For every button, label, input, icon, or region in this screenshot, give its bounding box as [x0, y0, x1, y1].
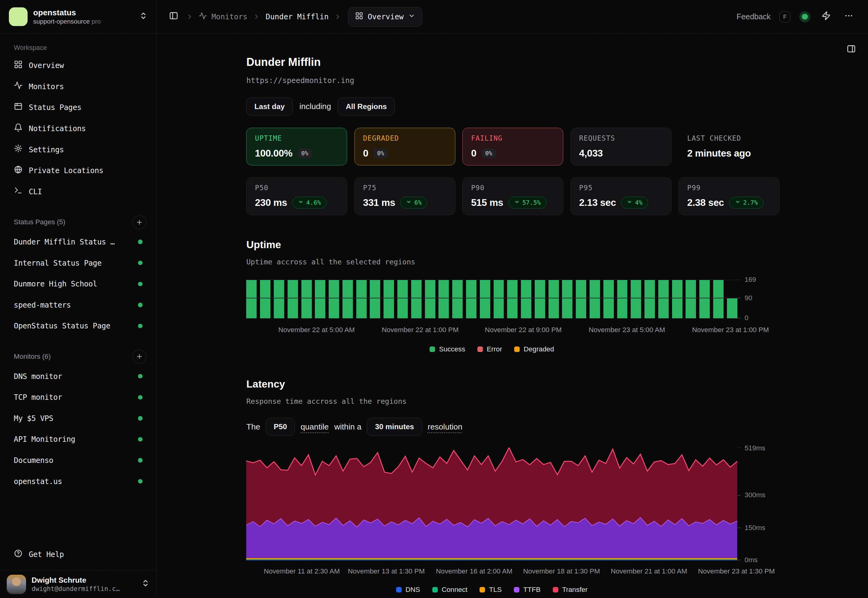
sidebar-item-status-pages[interactable]: Status Pages	[9, 97, 147, 118]
uptime-bar	[549, 280, 559, 318]
chevron-down-icon	[406, 199, 411, 206]
sidebar-toggle-button[interactable]	[166, 9, 180, 24]
workspace-switcher[interactable]: openstatus support-opensource pro	[0, 0, 156, 34]
topbar-right: Feedback F	[736, 9, 856, 24]
sidebar-nav: Workspace Overview Monitors Status Pages…	[0, 34, 156, 570]
chevron-right-icon	[253, 13, 260, 20]
uptime-bar	[507, 280, 517, 318]
activity-icon	[199, 12, 207, 22]
legend-item: Success	[430, 345, 465, 353]
uptime-bar	[658, 280, 669, 318]
resolution-select[interactable]: 30 minutes	[367, 418, 422, 436]
sidebar-item-overview[interactable]: Overview	[9, 55, 147, 76]
uptime-bar	[370, 280, 380, 318]
latency-x-axis: November 11 at 2:30 AM November 13 at 1:…	[246, 567, 737, 576]
latency-y-axis: 519ms 300ms 150ms 0ms	[738, 448, 780, 560]
more-menu-button[interactable]	[842, 9, 856, 24]
chevron-down-icon	[627, 199, 632, 206]
grid-icon	[355, 12, 363, 22]
status-page-item[interactable]: speed-matters	[9, 295, 147, 315]
add-monitor-button[interactable]	[132, 350, 146, 364]
chevrons-up-down-icon	[139, 12, 147, 22]
monitor-item[interactable]: TCP monitor	[9, 387, 147, 408]
gear-icon	[14, 144, 23, 155]
view-selector-button[interactable]: Overview	[348, 7, 422, 27]
monitor-item[interactable]: Documenso	[9, 450, 147, 471]
right-panel-toggle-button[interactable]	[844, 42, 858, 58]
status-dot	[138, 437, 142, 441]
sidebar-item-settings[interactable]: Settings	[9, 139, 147, 160]
monitor-item[interactable]: API Monitoring	[9, 429, 147, 450]
chevron-down-icon	[408, 12, 415, 21]
status-pages-section: Status Pages (5) Dunder Mifflin Status ……	[9, 215, 147, 336]
uptime-bar	[685, 280, 696, 318]
sidebar-item-monitors[interactable]: Monitors	[9, 76, 147, 97]
uptime-bar	[576, 280, 586, 318]
latency-section-subtitle: Response time accross all the regions	[246, 397, 780, 406]
uptime-bar	[699, 280, 710, 318]
uptime-bar	[727, 298, 738, 318]
status-dot	[138, 458, 142, 462]
uptime-bar	[315, 280, 325, 318]
time-range-button[interactable]: Last day	[246, 97, 292, 115]
breadcrumb-monitors[interactable]: Monitors	[199, 12, 247, 22]
monitor-item[interactable]: openstat.us	[9, 471, 147, 492]
uptime-bar	[631, 280, 641, 318]
monitor-item[interactable]: DNS monitor	[9, 366, 147, 387]
status-page-item[interactable]: Dunder Mifflin Status …	[9, 231, 147, 253]
sidebar-item-label: Notifications	[29, 124, 86, 133]
system-status-indicator[interactable]	[799, 11, 810, 22]
uptime-bar	[672, 280, 682, 318]
breadcrumb-current[interactable]: Dunder Mifflin	[266, 12, 329, 21]
status-page-item[interactable]: OpenStatus Status Page	[9, 315, 147, 337]
sidebar-item-label: Monitors	[29, 82, 64, 91]
status-page-item[interactable]: Internal Status Page	[9, 253, 147, 274]
main-area: Monitors Dunder Mifflin Overview Feedbac…	[157, 0, 868, 598]
quantile-select[interactable]: P50	[266, 418, 295, 436]
trend-badge: 2.7%	[729, 197, 764, 209]
status-dot	[138, 282, 142, 286]
uptime-bar	[329, 280, 339, 318]
panel-left-icon	[169, 11, 178, 22]
uptime-bar	[480, 280, 490, 318]
stat-badge: 0%	[297, 148, 312, 158]
feedback-button[interactable]: Feedback	[736, 12, 771, 21]
latency-section-title: Latency	[246, 378, 780, 390]
p75-card: P75 331 ms 6%	[354, 177, 455, 215]
app-window: openstatus support-opensource pro Worksp…	[0, 0, 868, 598]
chevron-right-icon	[334, 13, 341, 20]
user-avatar	[7, 575, 26, 594]
view-selector-label: Overview	[367, 12, 403, 21]
uptime-bar	[645, 280, 655, 318]
latency-legend: DNS Connect TLS TTFB Transfer	[246, 586, 737, 594]
chevron-down-icon	[298, 199, 304, 206]
chevron-down-icon	[735, 199, 741, 206]
latency-area-plot[interactable]	[246, 448, 738, 560]
workspace-meta: openstatus support-opensource pro	[33, 8, 134, 26]
regions-button[interactable]: All Regions	[337, 97, 395, 115]
status-page-item[interactable]: Dunmore High School	[9, 273, 147, 295]
uptime-card: UPTIME 100.00%0%	[246, 128, 347, 166]
command-menu-button[interactable]	[819, 9, 833, 24]
status-dot	[138, 324, 142, 328]
user-menu[interactable]: Dwight Schrute dwight@dundermifflin.c…	[0, 570, 156, 598]
get-help-button[interactable]: Get Help	[9, 544, 147, 565]
sidebar-item-notifications[interactable]: Notifications	[9, 118, 147, 139]
monitors-section: Monitors (6) DNS monitor TCP monitor My …	[9, 350, 147, 492]
workspace-plan: support-opensource pro	[33, 17, 134, 25]
uptime-bar-plot[interactable]	[246, 280, 738, 318]
sidebar-item-label: Private Locations	[29, 166, 103, 175]
monitor-item[interactable]: My $5 VPS	[9, 408, 147, 429]
workspace-name: openstatus	[33, 8, 134, 18]
sidebar-item-cli[interactable]: CLI	[9, 181, 147, 202]
uptime-chart: 169 90 0	[246, 280, 780, 318]
filters-row: Last day including All Regions	[246, 97, 780, 115]
add-status-page-button[interactable]	[132, 215, 146, 229]
get-help-label: Get Help	[29, 550, 64, 559]
sidebar-item-private-locations[interactable]: Private Locations	[9, 160, 147, 181]
resolution-label: resolution	[428, 422, 462, 432]
uptime-bar	[301, 280, 312, 318]
status-pages-section-title: Status Pages (5)	[14, 218, 65, 226]
sidebar-item-label: CLI	[29, 187, 42, 196]
user-name: Dwight Schrute	[31, 576, 136, 585]
